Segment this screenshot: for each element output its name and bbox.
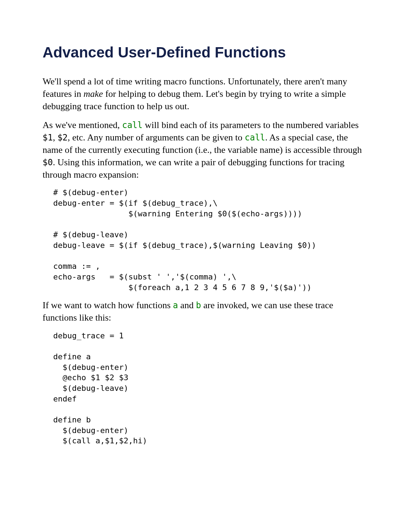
- text: . Using this information, we can write a…: [43, 157, 344, 180]
- page-title: Advanced User-Defined Functions: [43, 43, 368, 63]
- var-1: $1: [43, 133, 53, 143]
- text: As we've mentioned,: [43, 120, 122, 130]
- var-0: $0: [43, 157, 53, 167]
- code-block-2: debug_trace = 1 define a $(debug-enter) …: [53, 331, 368, 447]
- call-keyword: call: [245, 133, 265, 143]
- code-block-1: # $(debug-enter) debug-enter = $(if $(de…: [53, 187, 368, 293]
- var-2: $2: [57, 133, 68, 143]
- text: If we want to watch how functions: [43, 300, 173, 310]
- paragraph-3: If we want to watch how functions a and …: [43, 299, 368, 324]
- intro-paragraph-1: We'll spend a lot of time writing macro …: [43, 75, 368, 112]
- text: and: [178, 300, 196, 310]
- text: , etc. Any number of arguments can be gi…: [68, 132, 245, 143]
- function-a: a: [173, 300, 178, 310]
- text: will bind each of its parameters to the …: [143, 120, 359, 130]
- make-term: make: [84, 89, 103, 99]
- intro-paragraph-2: As we've mentioned, call will bind each …: [43, 119, 368, 181]
- call-keyword: call: [122, 120, 143, 130]
- text: ,: [53, 132, 57, 143]
- function-b: b: [196, 300, 201, 310]
